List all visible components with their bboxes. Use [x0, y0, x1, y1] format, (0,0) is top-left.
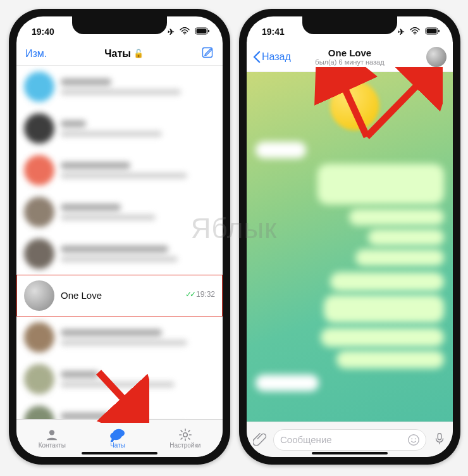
notch — [302, 16, 397, 34]
notch — [72, 16, 167, 34]
status-icons: ✈︎ — [395, 27, 440, 37]
chat-row[interactable] — [16, 358, 223, 400]
watermark: Яблык — [191, 213, 278, 244]
wifi-icon — [410, 27, 422, 37]
svg-point-8 — [183, 433, 187, 437]
chat-row[interactable] — [16, 400, 223, 419]
status-time: 19:41 — [262, 27, 285, 37]
wifi-icon — [180, 27, 192, 37]
last-seen: был(а) 6 минут назад — [315, 58, 384, 66]
message-placeholder: Сообщение — [280, 434, 332, 445]
svg-point-10 — [414, 34, 416, 35]
status-icons: ✈︎ — [165, 27, 210, 37]
message-bubble[interactable] — [256, 375, 319, 391]
tab-contacts-label: Контакты — [39, 442, 66, 449]
chat-avatar[interactable] — [426, 47, 446, 67]
svg-point-5 — [49, 430, 54, 435]
chat-name: One Love — [315, 47, 384, 58]
message-bubble[interactable] — [256, 142, 306, 158]
chat-row[interactable] — [16, 149, 223, 191]
airplane-icon: ✈︎ — [398, 27, 405, 37]
message-bubble[interactable] — [317, 164, 444, 204]
svg-rect-12 — [427, 29, 437, 34]
message-bubble[interactable] — [336, 351, 444, 368]
status-time: 19:40 — [32, 27, 54, 37]
chat-title-area[interactable]: One Love был(а) 6 минут назад — [315, 47, 384, 66]
message-input[interactable]: Сообщение — [273, 429, 426, 451]
attach-button[interactable] — [253, 432, 267, 448]
chat-background[interactable] — [247, 72, 453, 422]
tab-contacts[interactable]: Контакты — [39, 428, 66, 449]
chat-nav-bar: Назад One Love был(а) 6 минут назад — [247, 42, 453, 72]
unlock-icon: 🔓 — [133, 49, 144, 58]
page-title: Чаты 🔓 — [104, 48, 144, 60]
tab-chats-label: Чаты — [110, 442, 125, 449]
tab-chats[interactable]: Чаты — [109, 428, 126, 449]
tab-settings[interactable]: Настройки — [169, 428, 200, 449]
tab-bar: Контакты Чаты Настройки — [16, 419, 223, 457]
svg-point-7 — [110, 432, 121, 440]
edit-button[interactable]: Изм. — [25, 48, 47, 60]
airplane-icon: ✈︎ — [168, 27, 175, 37]
message-bubble[interactable] — [321, 328, 444, 347]
chat-row-one-love[interactable]: One Love✓✓19:32 — [16, 275, 223, 316]
home-indicator[interactable] — [312, 452, 388, 454]
battery-icon — [425, 27, 440, 37]
message-bubble[interactable] — [355, 249, 444, 266]
chat-time: ✓✓19:32 — [185, 290, 215, 299]
home-indicator[interactable] — [82, 452, 157, 454]
svg-rect-2 — [197, 29, 207, 34]
avatar — [24, 280, 54, 311]
compose-button[interactable] — [201, 46, 214, 61]
battery-icon — [195, 27, 210, 37]
chat-name: One Love — [61, 290, 102, 301]
tab-settings-label: Настройки — [169, 442, 200, 449]
sticker-button[interactable] — [407, 433, 421, 449]
nav-bar: Изм. Чаты 🔓 — [16, 42, 223, 66]
svg-point-14 — [409, 434, 419, 445]
page-title-text: Чаты — [104, 48, 131, 60]
svg-point-15 — [411, 438, 412, 439]
message-bubble[interactable] — [324, 295, 444, 323]
back-label: Назад — [262, 51, 291, 63]
voice-button[interactable] — [433, 432, 446, 448]
screen-right: 19:41 ✈︎ Назад One Love был(а) 6 минут н… — [247, 16, 453, 457]
message-bubble[interactable] — [349, 209, 444, 225]
svg-rect-17 — [438, 433, 441, 439]
message-bubble[interactable] — [330, 272, 444, 291]
svg-rect-3 — [208, 30, 209, 32]
sticker-emoji — [330, 81, 379, 130]
back-button[interactable]: Назад — [253, 51, 291, 63]
svg-point-0 — [184, 34, 185, 35]
read-checks-icon: ✓✓ — [185, 290, 194, 299]
svg-rect-13 — [438, 30, 440, 32]
chat-row[interactable] — [16, 108, 223, 149]
chat-row[interactable] — [16, 66, 223, 108]
svg-point-16 — [415, 438, 416, 439]
chat-row[interactable] — [16, 316, 223, 358]
message-bubble[interactable] — [368, 229, 444, 246]
